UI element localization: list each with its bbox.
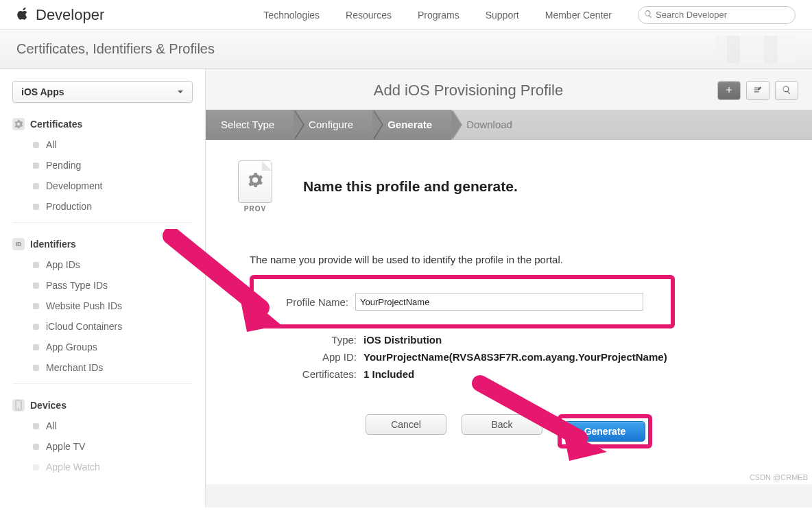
step-download: Download (451, 110, 812, 140)
main-panel: Add iOS Provisioning Profile Select Type… (206, 69, 812, 507)
bullet-icon (33, 444, 39, 450)
svg-point-1 (18, 408, 19, 409)
sidebar-group-devices: Devices All Apple TV Apple Watch (12, 399, 193, 483)
step-select-type[interactable]: Select Type (206, 110, 294, 140)
sidebar-item-website-push-ids[interactable]: Website Push IDs (12, 296, 193, 316)
step-configure[interactable]: Configure (294, 110, 372, 140)
content-area: PROV Name this profile and generate. The… (206, 140, 812, 484)
bullet-icon (33, 262, 39, 268)
apple-logo-icon (16, 5, 30, 24)
search-icon (644, 10, 656, 21)
profile-name-input[interactable] (355, 293, 643, 311)
sidebar-group-label: Identifiers (30, 239, 76, 250)
platform-selector-label: iOS Apps (21, 86, 64, 97)
generate-highlight: Generate (558, 414, 652, 448)
bullet-icon (33, 324, 39, 330)
sidebar: iOS Apps Certificates All Pending Develo… (0, 69, 206, 507)
instruction-heading: Name this profile and generate. (303, 178, 518, 195)
nav-link-programs[interactable]: Programs (418, 10, 459, 21)
nav-link-resources[interactable]: Resources (346, 10, 392, 21)
devices-icon (12, 399, 25, 411)
bullet-icon (33, 283, 39, 289)
topnav-links: Technologies Resources Programs Support … (263, 10, 612, 21)
sidebar-group-label: Devices (30, 400, 67, 411)
sidebar-item-app-groups[interactable]: App Groups (12, 337, 193, 357)
type-value: iOS Distribution (363, 334, 442, 346)
sidebar-group-label: Certificates (30, 119, 82, 130)
instruction-note: The name you provide will be used to ide… (250, 254, 783, 265)
chevron-down-icon (177, 86, 184, 97)
page-title: Add iOS Provisioning Profile (219, 82, 717, 99)
sidebar-item-cert-pending[interactable]: Pending (12, 155, 193, 176)
plus-icon (724, 85, 734, 97)
bullet-icon (33, 303, 39, 309)
subheader: Certificates, Identifiers & Profiles (0, 30, 812, 69)
nav-link-technologies[interactable]: Technologies (263, 10, 320, 21)
appid-value: YourProjectName(RVSA8S3F7R.com.ayang.You… (363, 351, 667, 363)
edit-button[interactable] (746, 81, 769, 100)
sidebar-item-dev-apple-tv[interactable]: Apple TV (12, 436, 193, 457)
sidebar-item-dev-apple-watch[interactable]: Apple Watch (12, 457, 193, 477)
search-input[interactable] (656, 10, 789, 20)
prov-file-label: PROV (235, 205, 276, 213)
back-button[interactable]: Back (462, 414, 542, 435)
certificates-value: 1 Included (363, 368, 414, 380)
bullet-icon (33, 464, 39, 470)
sidebar-group-identifiers: ID Identifiers App IDs Pass Type IDs Web… (12, 238, 193, 384)
top-nav: Developer Technologies Resources Program… (0, 0, 812, 30)
bullet-icon (33, 183, 39, 189)
brand-title: Developer (36, 6, 104, 24)
type-label: Type: (262, 334, 363, 346)
sidebar-item-cert-all[interactable]: All (12, 134, 193, 155)
nav-link-support[interactable]: Support (486, 10, 519, 21)
profile-name-highlight: Profile Name: (250, 275, 675, 328)
generate-button[interactable]: Generate (564, 421, 645, 442)
sidebar-item-dev-all[interactable]: All (12, 416, 193, 436)
sidebar-item-app-ids[interactable]: App IDs (12, 254, 193, 275)
search-button[interactable] (775, 81, 798, 100)
sidebar-item-cert-development[interactable]: Development (12, 176, 193, 196)
sidebar-item-merchant-ids[interactable]: Merchant IDs (12, 357, 193, 378)
bullet-icon (33, 204, 39, 210)
bullet-icon (33, 423, 39, 429)
add-button[interactable] (717, 81, 741, 100)
profile-name-label: Profile Name: (266, 296, 355, 308)
bullet-icon (33, 163, 39, 169)
sidebar-group-certificates: Certificates All Pending Development Pro… (12, 118, 193, 223)
identifiers-icon: ID (12, 238, 25, 250)
cancel-button[interactable]: Cancel (366, 414, 446, 435)
sidebar-item-icloud-containers[interactable]: iCloud Containers (12, 316, 193, 337)
search-box[interactable] (638, 6, 796, 24)
certificates-label: Certificates: (262, 368, 363, 380)
step-bar: Select Type Configure Generate Download (206, 110, 812, 140)
sidebar-item-cert-production[interactable]: Production (12, 196, 193, 217)
nav-link-member-center[interactable]: Member Center (545, 10, 612, 21)
step-generate[interactable]: Generate (372, 110, 451, 140)
prov-file-icon: PROV (235, 160, 276, 213)
search-icon (782, 85, 791, 97)
certificates-icon (12, 118, 25, 130)
appid-label: App ID: (262, 351, 363, 363)
watermark: CSDN @CRMEB (750, 473, 808, 481)
bullet-icon (33, 142, 39, 148)
account-blur (716, 36, 796, 63)
bullet-icon (33, 344, 39, 350)
platform-selector[interactable]: iOS Apps (12, 81, 193, 103)
sidebar-item-pass-type-ids[interactable]: Pass Type IDs (12, 275, 193, 296)
action-bar: Cancel Back Generate (235, 414, 783, 464)
subheader-title: Certificates, Identifiers & Profiles (16, 41, 215, 57)
bullet-icon (33, 365, 39, 371)
edit-list-icon (753, 85, 763, 97)
